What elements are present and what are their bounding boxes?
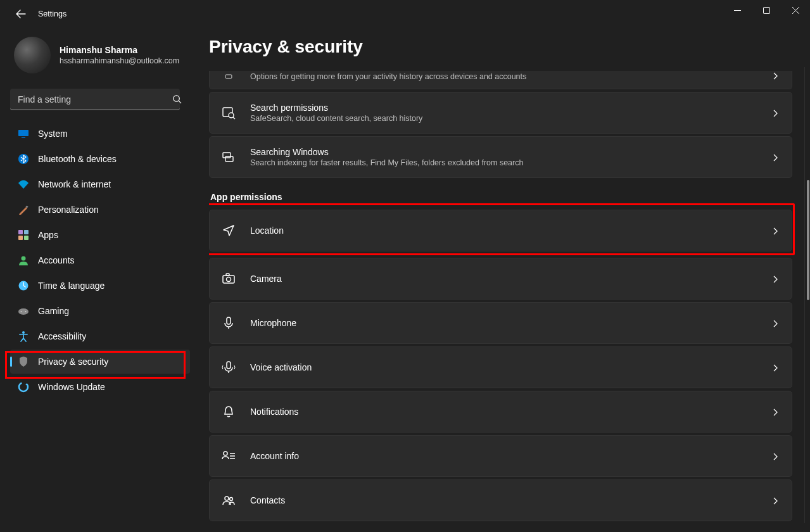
sidebar-item-label: Gaming: [38, 306, 69, 316]
accessibility-icon: [18, 331, 29, 342]
svg-rect-6: [18, 130, 28, 136]
section-label: App permissions: [210, 192, 792, 202]
svg-rect-24: [223, 153, 231, 158]
sidebar-item-label: Privacy & security: [38, 357, 108, 367]
sidebar-item-apps[interactable]: Apps: [10, 223, 190, 247]
user-block[interactable]: Himanshu Sharma hssharmahimanshu@outlook…: [10, 28, 190, 86]
minimize-button[interactable]: [723, 0, 752, 20]
sidebar-item-label: Windows Update: [38, 382, 105, 392]
back-button[interactable]: [14, 7, 28, 21]
user-email: hssharmahimanshu@outlook.com: [60, 56, 179, 65]
contacts-icon: [221, 493, 236, 508]
chevron-right-icon: [771, 452, 780, 460]
search-icon: [172, 94, 182, 104]
svg-point-31: [224, 452, 227, 455]
card-microphone[interactable]: Microphone: [209, 302, 792, 344]
card-subtitle: Search indexing for faster results, Find…: [250, 158, 771, 167]
card-title: Search permissions: [250, 103, 771, 113]
close-button[interactable]: [781, 0, 810, 20]
svg-point-36: [230, 498, 233, 501]
svg-rect-13: [24, 236, 28, 240]
chevron-right-icon: [771, 496, 780, 505]
card-camera[interactable]: Camera: [209, 258, 792, 300]
card-title: Notifications: [250, 407, 771, 417]
paint-icon: [18, 204, 29, 215]
card-voice-activation[interactable]: Voice activation: [209, 346, 792, 388]
sidebar-item-label: Bluetooth & devices: [38, 154, 117, 164]
sidebar-item-label: Apps: [38, 230, 58, 240]
svg-rect-12: [18, 236, 23, 240]
chevron-right-icon: [771, 274, 780, 283]
camera-icon: [221, 271, 236, 286]
svg-rect-29: [227, 317, 231, 324]
svg-point-35: [225, 497, 229, 500]
clock-icon: [18, 280, 29, 291]
svg-point-16: [18, 308, 28, 315]
card-location[interactable]: Location: [209, 210, 792, 251]
svg-rect-10: [18, 230, 23, 234]
shield-icon: [18, 356, 29, 367]
svg-rect-11: [24, 230, 28, 234]
chevron-right-icon: [771, 407, 780, 416]
card-subtitle: Options for getting more from your activ…: [250, 72, 771, 81]
maximize-button[interactable]: [752, 0, 781, 20]
sidebar-item-gaming[interactable]: Gaming: [10, 299, 190, 323]
scrollbar[interactable]: [804, 67, 810, 523]
sidebar-item-privacy[interactable]: Privacy & security: [10, 350, 190, 374]
sidebar-item-label: Accounts: [38, 255, 75, 265]
chevron-right-icon: [771, 108, 780, 117]
chevron-right-icon: [771, 71, 780, 80]
bell-icon: [221, 404, 236, 419]
window-title: Settings: [38, 10, 66, 18]
svg-rect-25: [225, 156, 233, 162]
person-icon: [18, 255, 29, 266]
monitor-icon: [18, 128, 29, 139]
update-icon: [18, 381, 29, 393]
card-title: Location: [250, 225, 771, 236]
account-info-icon: [221, 448, 236, 464]
card-subtitle: SafeSearch, cloud content search, search…: [250, 114, 771, 123]
svg-line-5: [179, 101, 181, 103]
sidebar-item-accounts[interactable]: Accounts: [10, 248, 190, 272]
bluetooth-icon: [18, 153, 29, 165]
search-input[interactable]: [10, 89, 180, 110]
sidebar-item-network[interactable]: Network & internet: [10, 172, 190, 196]
chevron-right-icon: [771, 319, 780, 327]
sidebar-item-time[interactable]: Time & language: [10, 274, 190, 298]
sidebar-item-label: Accessibility: [38, 331, 86, 341]
card-title: Camera: [250, 274, 771, 284]
svg-rect-21: [225, 75, 232, 78]
svg-rect-28: [226, 274, 229, 276]
svg-rect-30: [227, 362, 231, 369]
sidebar-item-personalization[interactable]: Personalization: [10, 198, 190, 222]
sidebar-item-system[interactable]: System: [10, 122, 190, 146]
svg-point-4: [174, 96, 179, 101]
svg-point-19: [22, 331, 25, 334]
sidebar-item-label: Time & language: [38, 281, 104, 291]
card-activity-history[interactable]: Options for getting more from your activ…: [209, 71, 792, 89]
chevron-right-icon: [771, 363, 780, 372]
sidebar-item-bluetooth[interactable]: Bluetooth & devices: [10, 147, 190, 171]
chevron-right-icon: [771, 153, 780, 162]
card-search-permissions[interactable]: Search permissions SafeSearch, cloud con…: [209, 92, 792, 134]
chevron-right-icon: [771, 226, 780, 235]
svg-point-20: [19, 383, 28, 391]
sidebar-item-update[interactable]: Windows Update: [10, 375, 190, 399]
activity-icon: [221, 71, 236, 82]
apps-icon: [18, 229, 29, 241]
svg-point-17: [21, 311, 22, 312]
location-icon: [221, 223, 236, 238]
svg-point-18: [25, 311, 27, 312]
scrollbar-thumb[interactable]: [807, 180, 809, 300]
search-permissions-icon: [221, 105, 236, 120]
card-searching-windows[interactable]: Searching Windows Search indexing for fa…: [209, 136, 792, 178]
card-contacts[interactable]: Contacts: [209, 479, 792, 521]
indexing-icon: [221, 149, 236, 165]
card-notifications[interactable]: Notifications: [209, 391, 792, 433]
svg-point-23: [229, 113, 234, 118]
sidebar-item-accessibility[interactable]: Accessibility: [10, 324, 190, 348]
card-title: Contacts: [250, 495, 771, 505]
sidebar-item-label: Network & internet: [38, 179, 111, 189]
card-account-info[interactable]: Account info: [209, 435, 792, 477]
sidebar-item-label: Personalization: [38, 205, 99, 215]
